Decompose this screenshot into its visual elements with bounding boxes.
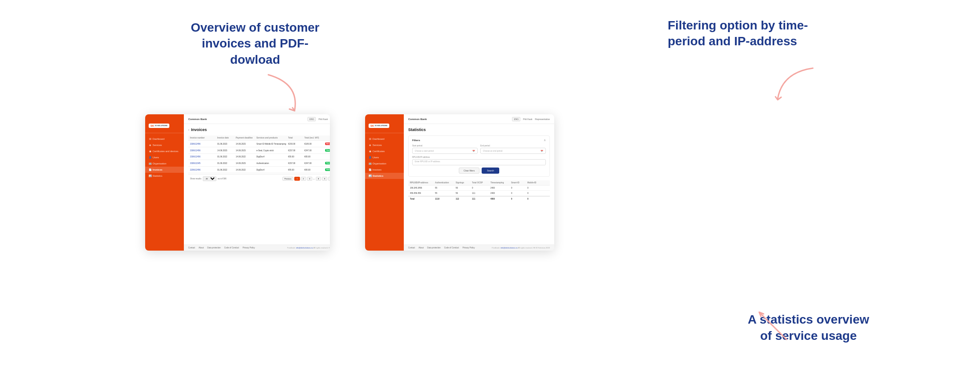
footer-coc-r[interactable]: Code of Conduct <box>444 247 459 249</box>
table-row: 2306/12456 01.06.2022 14.06.2022 DigiDoc… <box>188 154 330 160</box>
org-icon-r: 🏢 <box>369 162 371 165</box>
stats-table-total-row: Total 1110 112 111 4800 0 0 <box>408 196 550 201</box>
footer-links-right: Contact About Data protection Code of Co… <box>408 247 475 249</box>
td-deadline: 14.06.2023 <box>236 143 256 145</box>
arrow-right-bottom <box>751 300 795 344</box>
page-1-button[interactable]: 1 <box>294 177 300 181</box>
end-period-input[interactable]: Choose an end period 📅 <box>480 148 546 154</box>
sidebar-item-invoices[interactable]: 📄 Invoices <box>145 167 184 173</box>
period-filter-row: Start period Choose a start period 📅 End… <box>412 145 546 154</box>
sidebar-label: Users <box>373 156 379 159</box>
table-row: 2306/12456 14.06.2023 14.06.2023 e-Seal,… <box>188 147 330 154</box>
sth-sign: Signings <box>456 182 471 184</box>
td-total: €237.00 <box>288 149 304 152</box>
arrow-right-top <box>764 64 822 108</box>
page-2-button[interactable]: 2 <box>301 177 306 181</box>
total-smartid: 0 <box>511 198 527 200</box>
lang-selector[interactable]: ENG <box>307 117 316 121</box>
footer-about[interactable]: About <box>199 247 204 249</box>
footer-privacy-r[interactable]: Privacy Policy <box>463 247 475 249</box>
services-icon-r: ◈ <box>369 144 371 146</box>
sidebar-label: Statistics <box>373 175 383 177</box>
ip-input[interactable]: Enter RPUUID or IP-address <box>412 159 546 165</box>
sidebar-item-services[interactable]: ◈ Services <box>145 142 184 148</box>
footer-contact[interactable]: Contact <box>188 247 195 249</box>
footer-contact-r[interactable]: Contact <box>408 247 415 249</box>
org-icon: 🏢 <box>149 162 151 165</box>
per-page-select[interactable]: 20 <box>203 176 216 181</box>
td-invoice: 2306/12456 <box>190 149 216 152</box>
calendar-icon: 📅 <box>472 150 475 152</box>
end-period-placeholder: Choose an end period <box>483 150 502 152</box>
ip-label: RPUUID/IP-address <box>412 156 546 158</box>
annotation-left-text: Overview of customer invoices and PDF-do… <box>191 21 320 66</box>
filters-toggle-icon[interactable]: ∧ <box>544 138 546 142</box>
std-ip: 456.456.456 <box>410 192 434 194</box>
footer-data-r[interactable]: Data protection <box>427 247 441 249</box>
feedback-email[interactable]: info@skidsolutions.eu <box>296 247 313 249</box>
footer-about-r[interactable]: About <box>419 247 424 249</box>
sidebar-item-dashboard[interactable]: ⊞ Dashboard <box>145 136 184 142</box>
page-title-invoices: ‹ Invoices <box>188 128 330 132</box>
clear-filters-button[interactable]: Clear filters <box>459 168 479 174</box>
page-9-button[interactable]: 9 <box>322 177 327 181</box>
page-3-button[interactable]: 3 <box>307 177 312 181</box>
th-services: Services and products <box>256 137 287 139</box>
prev-button[interactable]: Previous <box>282 177 294 181</box>
stats-table-header: RPUUID/IP-address Authentication Signing… <box>408 180 550 186</box>
total-mobileid: 0 <box>527 198 543 200</box>
footer-code-of-conduct[interactable]: Code of Conduct <box>224 247 239 249</box>
page-10-button[interactable]: 10 <box>328 177 330 181</box>
main-content-left: Common Bank ENG Priit Kask Representativ… <box>184 114 330 251</box>
sidebar-item-organisation[interactable]: 🏢 Organisation <box>145 160 184 167</box>
sidebar-left: SK ID SOLUTIONS ⊞ Dashboard ◈ Services ◉… <box>145 114 184 251</box>
td-deadline: 14.06.2022 <box>236 156 256 158</box>
footer-privacy-policy[interactable]: Privacy Policy <box>243 247 255 249</box>
td-total-vat: €247.00 <box>304 149 324 152</box>
sidebar-item-certificates[interactable]: ◉ Certificates and devices <box>145 148 184 154</box>
sidebar-item-org-r[interactable]: 🏢 Organisation <box>365 160 404 167</box>
table-row: 2306/12456 01.06.2023 14.06.2023 Smart I… <box>188 141 330 147</box>
sth-smartid: Smart-ID <box>511 182 527 184</box>
logo-sub-right: ID SOLUTIONS <box>375 125 387 127</box>
td-service: Authentication <box>256 162 287 164</box>
sth-ip: RPUUID/IP-address <box>410 182 434 184</box>
lang-selector-r[interactable]: ENG <box>512 117 520 121</box>
sidebar-item-users-r[interactable]: 👤 Users <box>365 154 404 160</box>
dashboard-icon-r: ⊞ <box>369 138 371 140</box>
start-period-input[interactable]: Choose a start period 📅 <box>412 148 478 154</box>
page-8-button[interactable]: 8 <box>316 177 321 181</box>
sidebar-item-label: Invoices <box>153 168 162 171</box>
total-ocsp: 111 <box>472 198 490 200</box>
footer-data-protection[interactable]: Data protection <box>207 247 221 249</box>
arrow-left <box>260 70 312 119</box>
td-total: €150.00 <box>288 143 304 145</box>
feedback-email-r[interactable]: info@skidsolutions.eu <box>501 247 518 249</box>
sidebar-item-services-r[interactable]: ◈ Services <box>365 142 404 148</box>
annotation-right-text: Filtering option by time- period and IP-… <box>668 18 808 48</box>
std-ip: 156.345.3456 <box>410 187 434 189</box>
sidebar-item-users[interactable]: 👤 Users <box>145 154 184 160</box>
footer-links-left: Contact About Data protection Code of Co… <box>188 247 255 249</box>
th-invoice-date: Invoice date <box>217 137 235 139</box>
td-date: 01.06.2022 <box>217 156 235 158</box>
company-name-r: Common Bank <box>408 118 427 120</box>
total-auth: 1110 <box>435 198 455 200</box>
sth-ocsp: Total OCSP <box>472 182 490 184</box>
sidebar-item-statistics[interactable]: 📊 Statistics <box>145 173 184 179</box>
sidebar-item-label: Dashboard <box>153 138 165 140</box>
invoices-title: Invoices <box>191 128 207 132</box>
screenshot-statistics: SK ID SOLUTIONS ⊞ Dashboard ◈ Services ◉… <box>365 114 554 251</box>
pagination-left: Show results 20 out of 596 <box>190 176 227 181</box>
search-button[interactable]: Search <box>482 168 499 174</box>
stats-content: Statistics Filters ∧ Start period <box>404 124 554 244</box>
calendar-icon-end: 📅 <box>541 150 543 152</box>
sidebar-item-certificates-r[interactable]: ◉ Certificates <box>365 148 404 154</box>
sidebar-item-label: Services <box>153 144 162 146</box>
invoices-table: Invoice number Invoice date Payment dead… <box>188 135 330 173</box>
sidebar-item-dashboard-r[interactable]: ⊞ Dashboard <box>365 136 404 142</box>
filter-buttons: Clear filters Search <box>412 168 546 174</box>
sidebar-item-statistics-r[interactable]: 📊 Statistics <box>365 173 404 179</box>
sidebar-item-invoices-r[interactable]: 📄 Invoices <box>365 167 404 173</box>
total-ts: 4800 <box>490 198 510 200</box>
